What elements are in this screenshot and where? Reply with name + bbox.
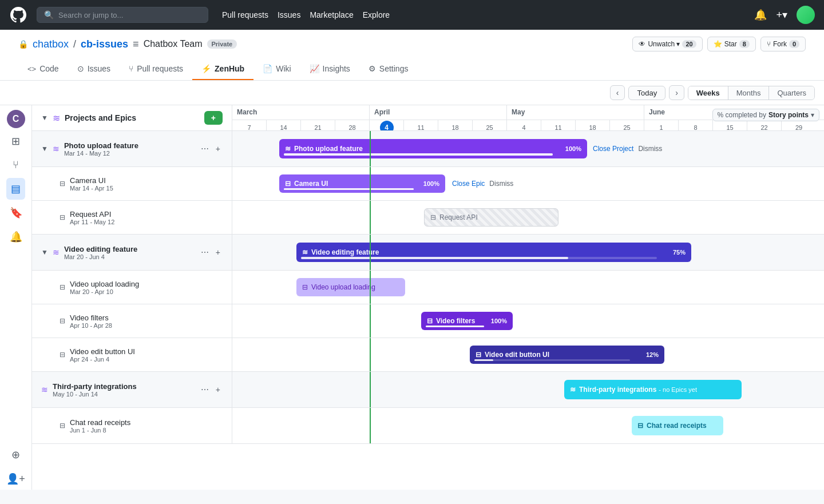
bar-video-editing[interactable]: ≋ Video editing feature 75%	[296, 243, 691, 262]
view-quarters-button[interactable]: Quarters	[769, 86, 814, 100]
photo-upload-bar-actions: Close Project Dismiss	[593, 145, 662, 153]
dismiss-project-button[interactable]: Dismiss	[638, 145, 662, 153]
bar-filters-percent: 100%	[491, 318, 507, 324]
timeline-header: March April May June 7 14 21 28	[232, 105, 824, 130]
bar-photo-upload[interactable]: ≋ Photo upload feature 100%	[279, 139, 587, 158]
month-march: March	[232, 105, 370, 120]
create-new-icon[interactable]: +▾	[776, 9, 787, 21]
collapse-all-icon[interactable]: ▼	[41, 114, 48, 122]
tab-pull-requests[interactable]: ⑂Pull requests	[120, 58, 192, 80]
workspace-icon[interactable]: C	[7, 110, 25, 128]
bell-icon[interactable]: 🔔	[5, 226, 27, 248]
week-jun-15: 15	[713, 120, 747, 130]
nav-pull-requests[interactable]: Pull requests	[222, 10, 268, 19]
add-item-icon[interactable]: ⊕	[7, 444, 25, 466]
epic-icon-upload: ⊟	[60, 283, 65, 291]
bar-camera-ui[interactable]: ⊟ Camera UI 100%	[279, 174, 445, 193]
gantt-header-row: ▼ ≋ Projects and Epics + March April May	[32, 105, 824, 131]
today-line-8	[370, 372, 371, 407]
row-video-editing-project: ▼ ≋ Video editing feature Mar 20 - Jun 4…	[32, 235, 824, 271]
chart-chat-read-receipts: ⊟ Chat read receipts	[232, 408, 824, 443]
github-logo[interactable]	[9, 6, 27, 24]
unwatch-button[interactable]: 👁 Unwatch ▾ 20	[632, 37, 702, 51]
week-apr-11: 11	[404, 120, 438, 130]
tab-wiki[interactable]: 📄Wiki	[253, 58, 300, 80]
month-april: April	[370, 105, 507, 120]
video-editing-add-button[interactable]: +	[213, 247, 223, 258]
search-box[interactable]: 🔍 Search or jump to...	[37, 7, 208, 23]
third-party-name: Third-party integrations	[53, 382, 137, 391]
video-progress-bar	[301, 257, 657, 259]
epic-icon-camera: ⊟	[60, 180, 65, 188]
next-period-button[interactable]: ›	[669, 85, 684, 100]
nav-explore[interactable]: Explore	[363, 10, 390, 19]
add-user-icon[interactable]: 👤+	[2, 468, 30, 490]
view-months-button[interactable]: Months	[728, 86, 770, 100]
today-line-5	[370, 271, 371, 304]
chart-video-editing: ≋ Video editing feature 75%	[232, 235, 824, 270]
tab-settings[interactable]: ⚙Settings	[359, 58, 418, 80]
bookmark-icon[interactable]: 🔖	[5, 202, 27, 224]
view-weeks-button[interactable]: Weeks	[688, 86, 728, 100]
avatar[interactable]	[797, 6, 815, 24]
nav-right: 🔔 +▾	[754, 6, 815, 24]
sidebar-header: ▼ ≋ Projects and Epics +	[32, 105, 232, 130]
third-party-menu-button[interactable]: ⋯	[199, 384, 211, 395]
star-icon: ⭐	[714, 40, 722, 48]
bar-chat-read-receipts[interactable]: ⊟ Chat read receipts	[632, 416, 723, 435]
tab-code[interactable]: <>Code	[18, 58, 68, 80]
roadmap-icon[interactable]: ▤	[6, 178, 25, 200]
photo-upload-dates: Mar 14 - May 12	[64, 150, 138, 157]
video-editing-name: Video editing feature	[64, 245, 137, 253]
add-project-button[interactable]: +	[204, 111, 223, 125]
bar-video-filters[interactable]: ⊟ Video filters 100%	[421, 312, 513, 330]
project-icon-video: ≋	[53, 248, 60, 257]
week-mar-28: 28	[335, 120, 370, 130]
close-project-button[interactable]: Close Project	[593, 145, 633, 153]
bar-photo-percent: 100%	[565, 145, 581, 152]
git-branch-icon[interactable]: ⑂	[8, 154, 23, 176]
bar-chat-label: Chat read receipts	[647, 422, 707, 430]
prev-period-button[interactable]: ‹	[610, 85, 625, 100]
bar-third-party[interactable]: ≋ Third-party integrations - no Epics ye…	[564, 380, 742, 399]
nav-marketplace[interactable]: Marketplace	[310, 10, 353, 19]
tab-zenhub[interactable]: ⚡ZenHub	[192, 58, 253, 80]
sidebar-video-filters: ⊟ Video filters Apr 10 - Apr 28	[32, 304, 232, 338]
bar-filters-label: Video filters	[436, 317, 475, 325]
today-button[interactable]: Today	[628, 86, 665, 100]
today-line-7	[370, 338, 371, 371]
bar-request-api[interactable]: ⊟ Request API	[424, 208, 558, 227]
lock-icon: 🔒	[18, 39, 28, 49]
bar-video-percent: 75%	[673, 249, 686, 256]
bar-photo-label: Photo upload feature	[294, 145, 363, 153]
collapse-photo-upload-icon[interactable]: ▼	[41, 145, 48, 153]
tab-insights[interactable]: 📈Insights	[300, 58, 359, 80]
collapse-video-icon[interactable]: ▼	[41, 248, 48, 256]
chart-video-filters: ⊟ Video filters 100%	[232, 304, 824, 338]
photo-upload-add-button[interactable]: +	[213, 143, 223, 154]
week-jun-8: 8	[679, 120, 713, 130]
bar-request-label: Request API	[439, 213, 478, 221]
today-line-2	[370, 167, 371, 200]
grid-icon[interactable]: ⊞	[7, 130, 25, 152]
nav-issues[interactable]: Issues	[278, 10, 300, 19]
row-third-party: ≋ Third-party integrations May 10 - Jun …	[32, 372, 824, 408]
notifications-icon[interactable]: 🔔	[754, 9, 767, 21]
fork-button[interactable]: ⑂ Fork 0	[760, 37, 806, 51]
edit-btn-progress-bar	[474, 359, 630, 361]
star-button[interactable]: ⭐ Star 8	[707, 37, 756, 51]
photo-upload-menu-button[interactable]: ⋯	[199, 143, 211, 154]
close-epic-button[interactable]: Close Epic	[452, 180, 485, 188]
sidebar-chat-read-receipts: ⊟ Chat read receipts Jun 1 - Jun 8	[32, 408, 232, 443]
completed-by-dropdown[interactable]: % completed by Story points ▾	[712, 109, 819, 121]
bar-video-upload[interactable]: ⊟ Video upload loading	[296, 278, 405, 296]
repo-name-link[interactable]: cb-issues	[81, 38, 128, 50]
bar-video-edit-button[interactable]: ⊟ Video edit button UI 12%	[470, 346, 664, 364]
week-may-25: 25	[610, 120, 644, 130]
third-party-add-button[interactable]: +	[213, 384, 223, 395]
video-editing-menu-button[interactable]: ⋯	[199, 247, 211, 258]
dismiss-epic-button[interactable]: Dismiss	[489, 180, 513, 188]
repo-owner-link[interactable]: chatbox	[33, 38, 69, 50]
sidebar-camera-ui: ⊟ Camera UI Mar 14 - Apr 15	[32, 167, 232, 200]
tab-issues[interactable]: ⊙Issues	[68, 58, 120, 80]
